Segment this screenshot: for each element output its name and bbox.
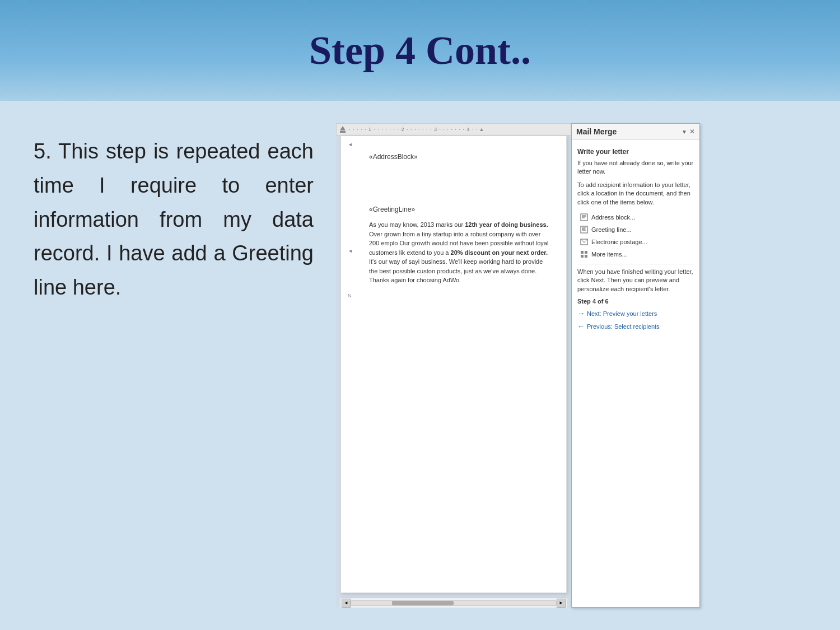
panel-body: Write your letter If you have not alread… [572,140,699,607]
more-items-icon [580,250,589,259]
step-section: Step 4 of 6 → Next: Preview your letters… [577,298,694,332]
prev-label: Previous: Select recipients [587,323,660,330]
main-content: 5. This step is repeated each time I req… [0,101,840,630]
greeting-line-action[interactable]: Greeting line... [577,223,694,236]
side-marker-top: ◄ [348,142,353,147]
side-marker-mid: ◄ [348,248,353,254]
panel-title: Mail Merge [576,127,617,136]
body-text-3: It's our way of sayi business. We'll kee… [369,258,543,283]
left-text-area: 5. This step is repeated each time I req… [34,123,314,608]
scrollbar-track[interactable] [351,600,557,606]
address-block-label: Address block... [591,214,635,221]
document-container: · · · · · 1 · · · · · · · 2 · · · · · · … [336,123,571,608]
divider-1 [577,264,694,264]
electronic-postage-icon [580,237,589,246]
text-already-done: If you have not already done so, write y… [577,159,694,176]
text-add-recipient: To add recipient information to your let… [577,181,694,207]
page-title: Step 4 Cont.. [309,27,531,74]
mail-merge-panel: Mail Merge ▼ ✕ Write your letter If you … [571,123,700,608]
prev-arrow: ← [577,322,585,330]
panel-title-bar: Mail Merge ▼ ✕ [572,124,699,140]
svg-rect-12 [585,255,587,258]
horizontal-scrollbar[interactable]: ◄ ► [340,598,567,608]
ruler-content: · · · · · 1 · · · · · · · 2 · · · · · · … [339,126,484,133]
description-text: 5. This step is repeated each time I req… [34,134,314,305]
scroll-left-arrow[interactable]: ◄ [342,599,351,608]
next-link[interactable]: → Next: Preview your letters [577,308,694,319]
panel-controls: ▼ ✕ [682,128,695,136]
next-arrow: → [577,309,585,318]
greeting-line-icon [580,225,589,234]
panel-pin-button[interactable]: ▼ [682,129,687,135]
address-block-field: «AddressBlock» [369,153,549,161]
header-bar: Step 4 Cont.. [0,0,840,101]
body-text-1: As you may know, 2013 marks our [369,221,465,228]
ruler-marks: · · · · · 1 · · · · · · · 2 · · · · · · … [349,127,478,132]
finished-text: When you have finished writing your lett… [577,268,694,293]
scrollbar-thumb[interactable] [392,601,454,605]
doc-page: ◄ ◄ N «AddressBlock» «GreetingLine» As y… [340,136,567,593]
more-items-action[interactable]: More items... [577,248,694,260]
next-label: Next: Preview your letters [587,310,657,317]
electronic-postage-action[interactable]: Electronic postage... [577,236,694,248]
svg-rect-0 [581,214,587,221]
right-area: · · · · · 1 · · · · · · · 2 · · · · · · … [336,123,806,608]
ruler: · · · · · 1 · · · · · · · 2 · · · · · · … [336,123,571,136]
electronic-postage-label: Electronic postage... [591,239,647,245]
body-bold-2: 20% discount on your next order. [451,249,548,256]
svg-rect-10 [585,251,587,254]
step-label: Step 4 of 6 [577,298,694,305]
greeting-line-label: Greeting line... [591,226,632,233]
svg-rect-11 [581,255,584,258]
side-marker-n: N [348,293,352,298]
body-bold-1: 12th year of doing business. [465,221,548,228]
panel-close-button[interactable]: ✕ [689,128,695,136]
address-block-icon [580,213,589,222]
svg-rect-9 [581,251,584,254]
greeting-line-field: «GreetingLine» [369,206,549,213]
more-items-label: More items... [591,251,627,258]
scroll-right-arrow[interactable]: ► [557,599,566,608]
body-text: As you may know, 2013 marks our 12th yea… [369,220,549,285]
prev-link[interactable]: ← Previous: Select recipients [577,321,694,332]
svg-rect-4 [581,226,587,233]
write-letter-heading: Write your letter [577,148,694,156]
address-block-action[interactable]: Address block... [577,211,694,223]
